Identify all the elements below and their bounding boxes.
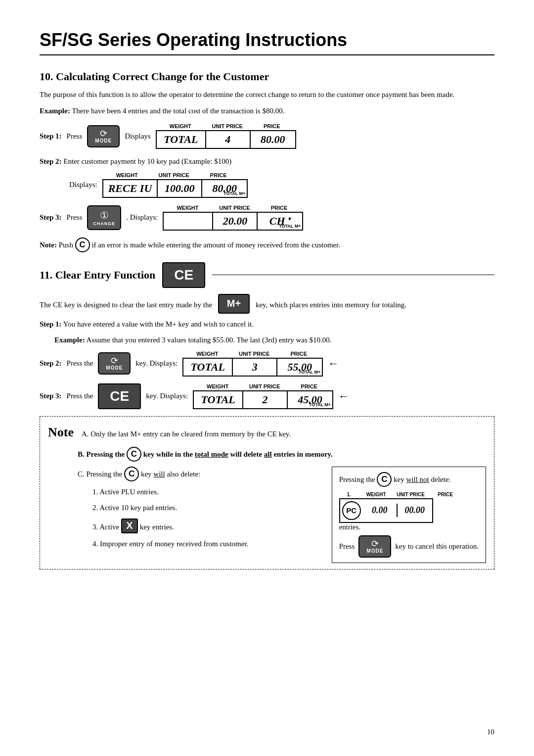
step2-price-sub: TOTAL M+ xyxy=(223,191,245,196)
s11-col-price-2: PRICE xyxy=(276,351,321,357)
arrow-indicator-2: ← xyxy=(338,390,349,403)
note-item-4: 4. Improper entry of money received from… xyxy=(92,538,322,550)
section-10: 10. Calculating Correct Change for the C… xyxy=(40,70,494,252)
change-label: CHANGE xyxy=(93,221,115,226)
step3-price-sub: TOTAL M+ xyxy=(279,224,301,229)
ce-button-step3[interactable]: CE xyxy=(98,383,141,409)
note-b: B. Pressing the C key while in the total… xyxy=(78,447,486,462)
c-button-c2[interactable]: C xyxy=(377,472,392,487)
s11-col-weight-2: WEIGHT xyxy=(182,351,232,357)
mode-button-2[interactable]: ⟳ MODE xyxy=(98,352,131,375)
x-button[interactable]: X xyxy=(121,519,138,533)
s11-col-uprice-3: UNIT PRICE xyxy=(242,383,287,389)
mplus-button[interactable]: M+ xyxy=(218,294,250,314)
mode-arrow-icon-2: ⟳ xyxy=(111,356,118,365)
right-col-uprice: UNIT PRICE xyxy=(394,492,428,497)
note-c-section: C. Pressing the C key will also delete: … xyxy=(78,467,486,563)
s11-step3-display: WEIGHT UNIT PRICE PRICE TOTAL 2 45.00 TO… xyxy=(193,383,333,409)
s11-step2-row: Step 2: Press the ⟳ MODE key. Displays: … xyxy=(40,351,494,377)
s11-step2-sub: TOTAL M+ xyxy=(299,370,320,375)
note-a: Note A. Only the last M+ entry can be cl… xyxy=(48,423,486,442)
step-1-row: Step 1: Press ⟳ MODE Displays WEIGHT UNI… xyxy=(40,123,494,149)
section10-note: Note: Push C if an error is made while e… xyxy=(40,237,494,252)
s11-col-price-3: PRICE xyxy=(287,383,331,389)
step-3-row: Step 3: Press ① CHANGE . Displays: WEIGH… xyxy=(40,205,494,231)
step1-weight: TOTAL xyxy=(157,131,206,148)
step1-price: 80.00 xyxy=(251,131,295,148)
s11-step3-sub: TOTAL M+ xyxy=(309,402,331,407)
step3-uprice: 20.00 xyxy=(213,213,258,230)
col-weight-1: WEIGHT xyxy=(156,123,205,129)
section-11-header: 11. Clear Entry Function CE xyxy=(40,262,494,288)
note-item-3: 3. Active X key entries. xyxy=(92,519,322,533)
c-button-b[interactable]: C xyxy=(127,447,141,462)
step-2-row: Displays: WEIGHT UNIT PRICE PRICE RECE I… xyxy=(69,172,494,198)
section11-example: Example: Assume that you entered 3 value… xyxy=(54,334,494,346)
note-c-right: Pressing the C key will not delete: 1. W… xyxy=(332,467,486,563)
step3-display: WEIGHT UNIT PRICE PRICE 20.00 CH ▾ TOTAL… xyxy=(163,205,303,231)
step1-displays: Displays xyxy=(125,132,151,141)
entries-label: entries. xyxy=(339,523,361,531)
step1-label: Step 1: xyxy=(40,132,62,141)
s11-step3-label: Step 3: xyxy=(40,392,62,400)
col-weight-3: WEIGHT xyxy=(163,205,212,211)
section-11: The CE key is designed to clear the last… xyxy=(40,294,494,569)
step1-text: Press xyxy=(67,132,83,141)
change-icon: ① xyxy=(100,209,109,221)
step3-weight-empty xyxy=(164,213,213,230)
section-10-example: Example: There have been 4 entries and t… xyxy=(40,105,494,117)
s11-step3-row: Step 3: Press the CE key. Displays: WEIG… xyxy=(40,383,494,409)
section-10-intro: The purpose of this function is to allow… xyxy=(40,89,494,100)
s11-step3-weight: TOTAL xyxy=(194,391,243,408)
pc-button[interactable]: PC xyxy=(342,501,361,520)
step2-price: 80.00 TOTAL M+ xyxy=(202,180,247,197)
s11-step2-price: 55.00 TOTAL M+ xyxy=(277,359,322,376)
step3-label: Step 3: xyxy=(40,213,62,222)
s11-step3-text2: key. Displays: xyxy=(146,392,188,400)
x-label: X xyxy=(126,520,133,531)
note-item-1: 1. Active PLU entries. xyxy=(92,486,322,498)
mode-label-2: MODE xyxy=(106,365,123,371)
col-uprice-1: UNIT PRICE xyxy=(205,123,250,129)
press-mode-row: Press ⟳ MODE key to cancel this operatio… xyxy=(339,535,479,558)
col-price-3: PRICE xyxy=(257,205,301,211)
section-11-heading: 11. Clear Entry Function xyxy=(40,269,155,282)
step2-weight: RECE IU xyxy=(103,180,158,197)
change-button[interactable]: ① CHANGE xyxy=(87,205,121,230)
c-button-c[interactable]: C xyxy=(124,467,139,481)
s11-step3-uprice: 2 xyxy=(243,391,288,408)
mode-arrow-icon-r: ⟳ xyxy=(371,539,379,548)
c-button-note[interactable]: C xyxy=(75,237,90,252)
note-item-2: 2. Active 10 key pad entries. xyxy=(92,502,322,514)
col-weight-2: WEIGHT xyxy=(102,172,152,178)
col-price-2: PRICE xyxy=(196,172,241,178)
col-price-1: PRICE xyxy=(250,123,294,129)
page-number: 10 xyxy=(487,728,494,736)
step3-price: CH ▾ TOTAL M+ xyxy=(258,213,302,230)
right-col-weight: WEIGHT xyxy=(359,492,394,497)
section-10-heading: 10. Calculating Correct Change for the C… xyxy=(40,70,494,83)
step3-text: Press xyxy=(67,213,83,222)
step2-label-text: Step 2: Enter customer payment by 10 key… xyxy=(40,156,494,167)
step3-displays: . Displays: xyxy=(126,213,158,222)
step2-display: WEIGHT UNIT PRICE PRICE RECE IU 100.00 8… xyxy=(102,172,248,198)
right-price-val: 00.00 xyxy=(398,504,432,517)
step2-uprice: 100.00 xyxy=(158,180,202,197)
step1-display: WEIGHT UNIT PRICE PRICE TOTAL 4 80.00 xyxy=(156,123,296,149)
mode-arrow-icon: ⟳ xyxy=(100,129,107,138)
page-title: SF/SG Series Operating Instructions xyxy=(40,30,494,55)
right-col-price: PRICE xyxy=(428,492,463,497)
step2-displays: Displays: xyxy=(69,181,97,189)
s11-step3-text: Press the xyxy=(67,392,93,400)
note-c-left: C. Pressing the C key will also delete: … xyxy=(78,467,322,555)
mode-button-right[interactable]: ⟳ MODE xyxy=(358,535,391,558)
arrow-indicator-1: ← xyxy=(328,357,339,370)
section11-intro: The CE key is designed to clear the last… xyxy=(40,294,494,314)
mode-button-1[interactable]: ⟳ MODE xyxy=(87,125,120,147)
s11-step2-uprice: 3 xyxy=(233,359,277,376)
s11-step2-text: Press the xyxy=(67,359,93,368)
s11-step2-display: WEIGHT UNIT PRICE PRICE TOTAL 3 55.00 TO… xyxy=(182,351,323,377)
ce-button-heading[interactable]: CE xyxy=(162,262,205,288)
s11-step3-price: 45.00 TOTAL M+ xyxy=(288,391,332,408)
right-display: 1. WEIGHT UNIT PRICE PRICE PC 0.00 00.00 xyxy=(339,492,479,523)
